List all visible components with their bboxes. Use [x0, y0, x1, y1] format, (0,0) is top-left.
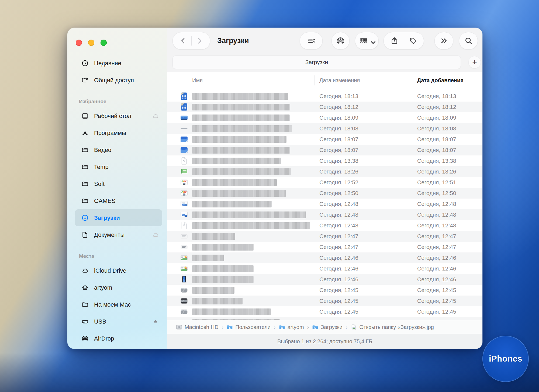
file-row[interactable]: Сегодня, 18:08Сегодня, 18:08 [167, 123, 482, 134]
toolbar-group [355, 32, 379, 50]
file-row[interactable]: Сегодня, 18:13Сегодня, 18:13 [167, 91, 482, 102]
sidebar-item-games[interactable]: GAMES [75, 192, 162, 209]
sidebar-item-usb[interactable]: USB [75, 313, 162, 330]
sidebar-item-airdrop[interactable]: AirDrop [75, 330, 162, 347]
file-row[interactable]: Сегодня, 13:26Сегодня, 13:26 [167, 166, 482, 177]
file-row[interactable]: Сегодня, 18:12Сегодня, 18:12 [167, 102, 482, 112]
date-modified: Сегодня, 12:48 [319, 209, 358, 220]
sidebar-item-label: artyom [94, 284, 112, 291]
file-name-redacted [192, 168, 291, 175]
sidebar-item-рабочий-стол[interactable]: Рабочий стол [75, 107, 162, 124]
airdrop-button[interactable] [333, 33, 349, 49]
search-button[interactable] [460, 33, 476, 49]
date-added: Сегодня, 18:07 [417, 134, 456, 145]
date-modified: Сегодня, 12:46 [319, 274, 358, 285]
sidebar-item-soft[interactable]: Soft [75, 175, 162, 192]
file-name-redacted [192, 158, 281, 164]
date-modified: Сегодня, 12:45 [319, 285, 358, 296]
file-row[interactable]: Сегодня, 18:07Сегодня, 18:07 [167, 134, 482, 145]
date-added: Сегодня, 12:45 [417, 285, 456, 296]
date-modified: Сегодня, 12:48 [319, 220, 358, 231]
group-by-button[interactable] [360, 33, 374, 49]
sidebar-item-label: Видео [94, 147, 111, 154]
path-item[interactable]: artyom [279, 324, 304, 330]
sidebar-item-label: iCloud Drive [94, 267, 126, 274]
sidebar-item-temp[interactable]: Temp [75, 158, 162, 175]
chevrons-right-icon [440, 37, 448, 45]
share-icon [390, 37, 399, 45]
file-row[interactable]: Сегодня, 12:48Сегодня, 12:48 [167, 209, 482, 220]
zoom-button[interactable] [101, 40, 107, 46]
minimize-button[interactable] [88, 40, 94, 46]
file-row[interactable]: Сегодня, 12:47Сегодня, 12:47 [167, 231, 482, 242]
file-list: Сегодня, 18:13Сегодня, 18:13Сегодня, 18:… [167, 89, 482, 320]
desktop-wallpaper: НедавниеОбщий доступИзбранноеРабочий сто… [0, 0, 539, 392]
sidebar-item-загрузки[interactable]: Загрузки [75, 209, 162, 226]
column-header-date-modified[interactable]: Дата изменения [319, 72, 360, 89]
path-item[interactable]: Пользователи [227, 324, 271, 330]
file-row[interactable]: Сегодня, 12:45Сегодня, 12:45 [167, 285, 482, 296]
sidebar-item-недавние[interactable]: Недавние [75, 55, 162, 72]
toolbar-group [383, 32, 424, 50]
status-bar: Выбрано 1 из 2 264; доступно 75,4 ГБ [167, 334, 482, 349]
file-row[interactable]: Сегодня, 12:52Сегодня, 12:51 [167, 177, 482, 188]
file-row[interactable]: Сегодня, 18:09Сегодня, 18:09 [167, 112, 482, 123]
path-item[interactable]: Macintosh HD [176, 324, 219, 330]
date-modified: Сегодня, 18:08 [319, 123, 358, 134]
column-separator[interactable] [414, 75, 414, 85]
date-added: Сегодня, 18:08 [417, 123, 456, 134]
forward-button[interactable] [192, 33, 208, 49]
file-row[interactable]: Сегодня, 12:46Сегодня, 12:46 [167, 274, 482, 285]
sidebar-item-icloud-drive[interactable]: iCloud Drive [75, 262, 162, 279]
file-row[interactable]: Сегодня, 12:46Сегодня, 12:46 [167, 252, 482, 263]
sidebar-item-программы[interactable]: Программы [75, 124, 162, 141]
folder-users-icon [227, 324, 233, 330]
folder-icon [81, 180, 89, 188]
path-label: artyom [288, 324, 304, 330]
file-row[interactable]: Сегодня, 13:38Сегодня, 13:38 [167, 155, 482, 166]
folder-icon [81, 163, 89, 171]
share-button[interactable] [386, 33, 402, 49]
path-bar: Macintosh HD›Пользователи›artyom›Загрузк… [167, 320, 482, 334]
file-icon [180, 200, 188, 208]
file-icon [180, 308, 188, 316]
close-button[interactable] [76, 40, 82, 46]
path-item[interactable]: Загрузки [312, 324, 343, 330]
file-row[interactable]: Сегодня, 12:48Сегодня, 12:48 [167, 220, 482, 231]
date-modified: Сегодня, 12:50 [319, 188, 358, 199]
file-row[interactable]: Сегодня, 12:50Сегодня, 12:50 [167, 188, 482, 199]
view-options-button[interactable] [303, 33, 319, 49]
sidebar-item-artyom[interactable]: artyom [75, 279, 162, 296]
date-added: Сегодня, 12:47 [417, 231, 456, 242]
column-separator[interactable] [315, 75, 315, 85]
sidebar-item-общий-доступ[interactable]: Общий доступ [75, 72, 162, 89]
file-row[interactable]: Сегодня, 12:43Сегодня, 12:43 [167, 317, 482, 320]
sidebar-item-на-моем-mac[interactable]: На моем Mac [75, 296, 162, 313]
sidebar-item-документы[interactable]: Документы [75, 226, 162, 243]
add-tab-button[interactable]: + [468, 56, 481, 68]
chevron-left-icon [179, 37, 187, 45]
file-icon [180, 221, 188, 230]
sidebar-item-видео[interactable]: Видео [75, 141, 162, 158]
file-name-redacted [192, 190, 286, 197]
file-row[interactable]: Сегодня, 12:47Сегодня, 12:47 [167, 242, 482, 252]
tab-label: Загрузки [305, 59, 328, 65]
tags-button[interactable] [405, 33, 421, 49]
file-icon [180, 232, 188, 240]
back-button[interactable] [175, 33, 191, 49]
column-header-name[interactable]: Имя [192, 72, 203, 89]
file-row[interactable]: Сегодня, 18:07Сегодня, 18:07 [167, 145, 482, 155]
sidebar-item-label: Общий доступ [94, 77, 134, 84]
more-toolbar-button[interactable] [436, 33, 452, 49]
tab-downloads[interactable]: Загрузки [172, 55, 461, 69]
file-icon [180, 254, 188, 262]
file-row[interactable]: Сегодня, 12:48Сегодня, 12:48 [167, 199, 482, 209]
path-separator: › [222, 324, 224, 330]
column-header-date-added[interactable]: Дата добавления [417, 72, 464, 89]
file-row[interactable]: Сегодня, 12:45Сегодня, 12:45 [167, 296, 482, 306]
file-row[interactable]: Сегодня, 12:45Сегодня, 12:45 [167, 306, 482, 317]
traffic-lights [76, 40, 107, 46]
file-row[interactable]: Сегодня, 12:46Сегодня, 12:46 [167, 263, 482, 274]
path-item[interactable]: Открыть папку «Загрузки».jpg [351, 324, 434, 330]
file-name-redacted [192, 308, 271, 315]
